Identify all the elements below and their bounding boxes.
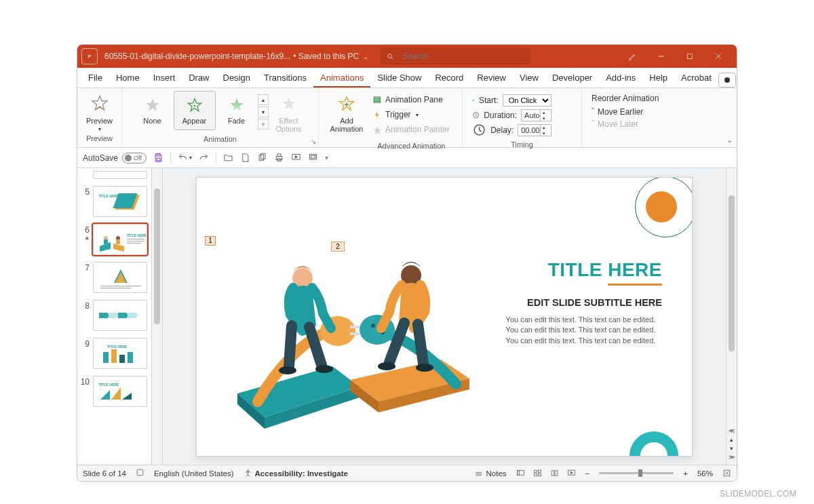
reorder-label: Reorder Animation bbox=[592, 94, 659, 103]
tab-review[interactable]: Review bbox=[470, 69, 513, 88]
svg-point-48 bbox=[416, 364, 433, 372]
effect-options-button: Effect Options bbox=[269, 91, 309, 133]
layout-icon[interactable] bbox=[308, 153, 318, 163]
new-file-icon[interactable] bbox=[240, 153, 250, 163]
slide-thumbnail[interactable]: TITLE HERE bbox=[93, 186, 147, 217]
slide-thumbnail[interactable]: TITLE HERE bbox=[93, 376, 147, 407]
tab-file[interactable]: File bbox=[81, 69, 109, 88]
clock-icon bbox=[472, 111, 480, 119]
tab-slideshow[interactable]: Slide Show bbox=[370, 69, 428, 88]
status-bar: Slide 6 of 14 English (United States) Ac… bbox=[77, 465, 737, 481]
thumbnail-scrollbar[interactable] bbox=[152, 168, 163, 465]
preview-button[interactable]: Preview ▾ bbox=[81, 91, 118, 132]
folder-open-icon[interactable] bbox=[223, 153, 233, 163]
reading-view-icon[interactable] bbox=[550, 469, 559, 478]
animation-painter-button: Animation Painter bbox=[373, 123, 450, 136]
spellcheck-icon[interactable] bbox=[136, 468, 144, 478]
clock-icon bbox=[472, 123, 486, 137]
tab-developer[interactable]: Developer bbox=[545, 69, 599, 88]
slide-subtitle[interactable]: EDIT SLIDE SUBTITLE HERE bbox=[527, 297, 662, 308]
tab-draw[interactable]: Draw bbox=[182, 69, 216, 88]
autosave-toggle[interactable]: AutoSave Off bbox=[83, 153, 147, 163]
animation-fade[interactable]: Fade bbox=[216, 91, 258, 130]
svg-text:TITLE HERE: TITLE HERE bbox=[127, 233, 146, 237]
zoom-in-button[interactable]: + bbox=[683, 469, 688, 478]
tab-addins[interactable]: Add-ins bbox=[599, 69, 642, 88]
svg-rect-32 bbox=[103, 352, 109, 363]
slide-thumbnail-selected[interactable]: TITLE HERE bbox=[93, 224, 147, 255]
animation-indicator-icon: ✶ bbox=[80, 235, 90, 242]
tab-insert[interactable]: Insert bbox=[147, 69, 182, 88]
notes-button[interactable]: Notes bbox=[474, 469, 506, 478]
tab-home[interactable]: Home bbox=[109, 69, 147, 88]
zoom-value[interactable]: 56% bbox=[697, 469, 713, 478]
qat-customize-icon[interactable]: ▾ bbox=[325, 154, 328, 161]
svg-rect-23 bbox=[104, 239, 108, 244]
trigger-button[interactable]: Trigger▾ bbox=[373, 109, 450, 121]
start-row: Start: On Click bbox=[472, 94, 551, 107]
editor-scrollbar[interactable]: ≪▴▾≫ bbox=[726, 168, 737, 465]
slide-nav-buttons[interactable]: ≪▴▾≫ bbox=[726, 427, 737, 461]
decorative-ring bbox=[629, 431, 678, 456]
save-icon[interactable] bbox=[153, 153, 163, 163]
search-input[interactable] bbox=[403, 52, 524, 61]
minimize-button[interactable] bbox=[647, 45, 676, 68]
pen-icon[interactable] bbox=[619, 45, 647, 68]
document-name[interactable]: 60555-01-digital-divide-powerpoint-templ… bbox=[104, 52, 290, 61]
slide-editor[interactable]: 1 2 bbox=[163, 168, 726, 465]
ribbon-tabs: File Home Insert Draw Design Transitions… bbox=[77, 68, 737, 88]
svg-rect-28 bbox=[127, 243, 140, 244]
animation-none[interactable]: None bbox=[132, 91, 174, 130]
animation-appear[interactable]: Appear bbox=[174, 91, 216, 130]
collapse-ribbon-icon[interactable]: ⌄ bbox=[726, 136, 733, 144]
tab-record[interactable]: Record bbox=[428, 69, 470, 88]
search-box[interactable] bbox=[381, 48, 530, 64]
camera-mode-button[interactable] bbox=[718, 73, 736, 88]
slide-thumbnail[interactable] bbox=[93, 171, 147, 179]
tab-acrobat[interactable]: Acrobat bbox=[674, 69, 718, 88]
slide-canvas[interactable]: 1 2 bbox=[197, 178, 692, 456]
copy-icon[interactable] bbox=[257, 153, 267, 163]
animation-order-tag[interactable]: 1 bbox=[205, 236, 216, 246]
close-button[interactable] bbox=[704, 45, 733, 68]
accessibility-button[interactable]: Accessibility: Investigate bbox=[244, 469, 348, 478]
slide-thumbnail[interactable] bbox=[93, 300, 147, 331]
tab-help[interactable]: Help bbox=[642, 69, 674, 88]
tab-transitions[interactable]: Transitions bbox=[257, 69, 313, 88]
tab-view[interactable]: View bbox=[513, 69, 545, 88]
svg-rect-9 bbox=[157, 158, 160, 161]
move-earlier-button[interactable]: ˆMove Earlier bbox=[592, 106, 659, 118]
svg-point-47 bbox=[378, 362, 395, 370]
slideshow-icon[interactable] bbox=[291, 153, 301, 163]
slideshow-view-icon[interactable] bbox=[567, 469, 576, 478]
title-bar: P 60555-01-digital-divide-powerpoint-tem… bbox=[77, 45, 737, 68]
tab-animations[interactable]: Animations bbox=[313, 69, 370, 88]
sorter-view-icon[interactable] bbox=[533, 469, 542, 478]
save-status[interactable]: • Saved to this PC bbox=[293, 52, 359, 61]
animation-gallery-scroll[interactable]: ▴ ▾ ▿ bbox=[258, 91, 269, 133]
fit-to-window-icon[interactable] bbox=[722, 469, 731, 478]
svg-rect-4 bbox=[374, 99, 380, 100]
normal-view-icon[interactable] bbox=[516, 469, 525, 478]
slide-thumbnail[interactable]: TITLE HERE bbox=[93, 338, 147, 369]
zoom-out-button[interactable]: − bbox=[585, 469, 590, 478]
slide-counter[interactable]: Slide 6 of 14 bbox=[83, 469, 126, 478]
redo-button[interactable] bbox=[199, 153, 209, 163]
chevron-down-icon[interactable]: ⌄ bbox=[363, 53, 368, 60]
slide-thumbnail[interactable] bbox=[93, 262, 147, 293]
add-animation-button[interactable]: Add Animation bbox=[324, 91, 369, 133]
undo-button[interactable]: ▾ bbox=[178, 153, 192, 163]
tab-design[interactable]: Design bbox=[216, 69, 257, 88]
maximize-button[interactable] bbox=[676, 45, 704, 68]
animation-pane-button[interactable]: Animation Pane bbox=[373, 94, 450, 106]
slide-body-text[interactable]: You can edit this text. This text can be… bbox=[499, 315, 662, 347]
animation-dialog-launcher-icon[interactable]: ↘ bbox=[311, 138, 316, 145]
start-select[interactable]: On Click bbox=[503, 94, 551, 106]
slide-title[interactable]: TITLE HERE bbox=[548, 259, 662, 281]
language-label[interactable]: English (United States) bbox=[154, 469, 234, 478]
duration-input[interactable]: Auto▴▾ bbox=[521, 109, 551, 121]
zoom-slider[interactable] bbox=[599, 472, 674, 474]
delay-input[interactable]: 00.00▴▾ bbox=[518, 124, 551, 136]
print-icon[interactable] bbox=[274, 153, 284, 163]
slide-illustration[interactable] bbox=[217, 231, 488, 441]
